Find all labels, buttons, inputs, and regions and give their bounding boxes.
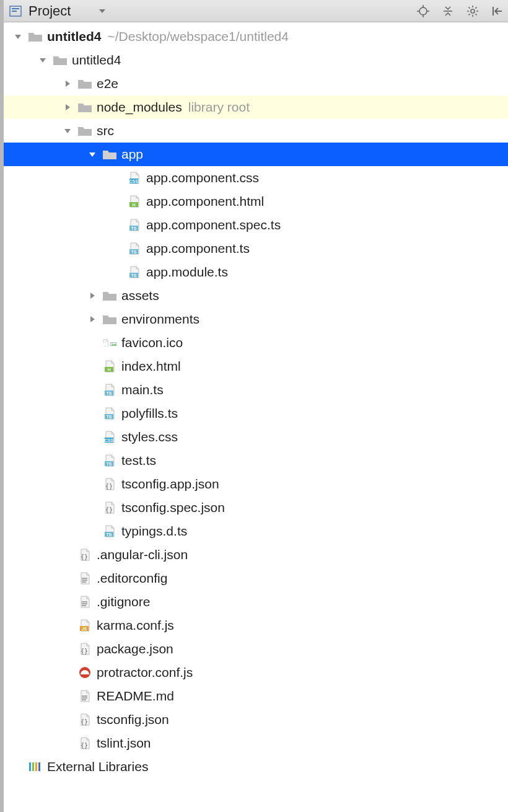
json-icon: {} bbox=[77, 713, 93, 726]
tree-item-label: tsconfig.app.json bbox=[121, 477, 219, 492]
tree-row[interactable]: environments bbox=[4, 307, 508, 331]
tree-item-label: package.json bbox=[97, 642, 173, 656]
target-icon[interactable] bbox=[416, 4, 430, 18]
hide-icon[interactable] bbox=[491, 4, 504, 18]
svg-point-31 bbox=[112, 343, 113, 344]
folder-icon bbox=[102, 148, 118, 161]
svg-text:TS: TS bbox=[131, 250, 137, 254]
ts-icon: TS bbox=[102, 454, 118, 467]
tree-item-label: app.component.html bbox=[146, 194, 264, 209]
svg-rect-1 bbox=[12, 8, 19, 9]
ts-icon: TS bbox=[102, 524, 118, 538]
svg-line-16 bbox=[475, 7, 476, 8]
folder-icon bbox=[102, 289, 118, 302]
tree-item-label: README.md bbox=[97, 689, 174, 704]
tree-item-label: src bbox=[97, 123, 114, 138]
tree-row[interactable]: node_moduleslibrary root bbox=[4, 95, 508, 119]
tree-row[interactable]: TSmain.ts bbox=[4, 378, 508, 402]
tree-item-label: app.component.spec.ts bbox=[146, 218, 281, 232]
tree-row[interactable]: favicon.ico bbox=[4, 331, 508, 355]
tree-row[interactable]: CSSstyles.css bbox=[4, 425, 508, 449]
tree-item-label: polyfills.ts bbox=[121, 406, 178, 421]
tree-row[interactable]: protractor.conf.js bbox=[4, 661, 508, 684]
chevron-right-icon[interactable] bbox=[62, 102, 73, 113]
svg-line-17 bbox=[469, 14, 470, 15]
svg-rect-29 bbox=[103, 343, 108, 346]
project-view-icon bbox=[7, 4, 24, 18]
chevron-down-icon[interactable] bbox=[37, 55, 48, 66]
json-icon: {} bbox=[102, 501, 118, 514]
folder-icon bbox=[27, 30, 43, 43]
tree-row[interactable]: app bbox=[4, 143, 508, 166]
folder-icon bbox=[77, 124, 93, 138]
tree-row[interactable]: External Libraries bbox=[4, 755, 508, 779]
svg-text:CSS: CSS bbox=[129, 179, 139, 183]
tree-item-label: app.component.ts bbox=[146, 241, 250, 256]
tree-item-label: node_modules bbox=[97, 100, 182, 115]
svg-text:H: H bbox=[132, 203, 135, 207]
tree-row[interactable]: {}package.json bbox=[4, 637, 508, 661]
svg-line-14 bbox=[469, 7, 470, 8]
tree-item-label: tslint.json bbox=[97, 736, 151, 751]
collapse-all-icon[interactable] bbox=[441, 4, 455, 18]
chevron-down-icon[interactable] bbox=[87, 149, 98, 160]
tree-row[interactable]: TSapp.component.spec.ts bbox=[4, 213, 508, 237]
text-icon bbox=[77, 689, 93, 703]
tree-item-label: test.ts bbox=[121, 453, 156, 468]
tree-row[interactable]: Hindex.html bbox=[4, 355, 508, 378]
tree-row[interactable]: TSapp.module.ts bbox=[4, 260, 508, 284]
tree-row[interactable]: src bbox=[4, 119, 508, 143]
css-icon: CSS bbox=[126, 171, 142, 185]
svg-text:{}: {} bbox=[105, 506, 113, 513]
svg-text:{}: {} bbox=[81, 718, 88, 725]
json-icon: {} bbox=[77, 548, 93, 562]
tree-row[interactable]: TSpolyfills.ts bbox=[4, 402, 508, 425]
project-tree: untitled4~/Desktop/webspace1/untitled4un… bbox=[4, 22, 508, 779]
tree-row[interactable]: Happ.component.html bbox=[4, 190, 508, 213]
svg-line-15 bbox=[475, 14, 476, 15]
chevron-right-icon[interactable] bbox=[62, 78, 73, 89]
tree-row[interactable]: JSkarma.conf.js bbox=[4, 614, 508, 637]
chevron-right-icon[interactable] bbox=[87, 290, 98, 301]
svg-rect-65 bbox=[38, 762, 40, 771]
svg-point-3 bbox=[419, 7, 427, 15]
tree-row[interactable]: TStest.ts bbox=[4, 449, 508, 472]
chevron-down-icon[interactable] bbox=[62, 125, 73, 136]
tree-row[interactable]: {}tsconfig.spec.json bbox=[4, 496, 508, 519]
svg-text:JS: JS bbox=[82, 627, 87, 631]
svg-text:TS: TS bbox=[131, 273, 137, 278]
tree-row[interactable]: assets bbox=[4, 284, 508, 307]
tree-row[interactable]: {}.angular-cli.json bbox=[4, 543, 508, 567]
tree-item-label: styles.css bbox=[121, 430, 178, 444]
view-label: Project bbox=[28, 3, 71, 19]
tree-item-label: tsconfig.json bbox=[97, 712, 169, 727]
tree-row[interactable]: {}tslint.json bbox=[4, 731, 508, 755]
css-icon: CSS bbox=[102, 430, 118, 444]
tree-row[interactable]: README.md bbox=[4, 684, 508, 708]
svg-text:H: H bbox=[107, 368, 110, 372]
tree-row[interactable]: CSSapp.component.css bbox=[4, 166, 508, 190]
project-toolbar: Project bbox=[4, 0, 508, 22]
tree-item-label: app.component.css bbox=[146, 170, 259, 185]
tree-row[interactable]: {}tsconfig.json bbox=[4, 708, 508, 731]
text-icon bbox=[77, 571, 93, 585]
tree-item-label: .angular-cli.json bbox=[97, 547, 188, 562]
folder-icon bbox=[52, 53, 68, 67]
tree-row[interactable]: .editorconfig bbox=[4, 567, 508, 590]
svg-text:TS: TS bbox=[107, 532, 112, 537]
tree-row[interactable]: {}tsconfig.app.json bbox=[4, 472, 508, 496]
text-icon bbox=[77, 595, 93, 609]
svg-rect-2 bbox=[12, 11, 17, 12]
tree-row[interactable]: TStypings.d.ts bbox=[4, 519, 508, 543]
tree-row[interactable]: untitled4 bbox=[4, 48, 508, 72]
chevron-right-icon[interactable] bbox=[87, 314, 98, 325]
chevron-down-icon[interactable] bbox=[12, 31, 24, 42]
tree-row[interactable]: untitled4~/Desktop/webspace1/untitled4 bbox=[4, 25, 508, 48]
tree-row[interactable]: .gitignore bbox=[4, 590, 508, 614]
gear-icon[interactable] bbox=[466, 4, 480, 18]
tree-row[interactable]: e2e bbox=[4, 72, 508, 95]
view-selector[interactable]: Project bbox=[28, 3, 109, 19]
tree-item-label: tsconfig.spec.json bbox=[121, 500, 225, 515]
tree-row[interactable]: TSapp.component.ts bbox=[4, 237, 508, 260]
ts-icon: TS bbox=[126, 265, 142, 279]
